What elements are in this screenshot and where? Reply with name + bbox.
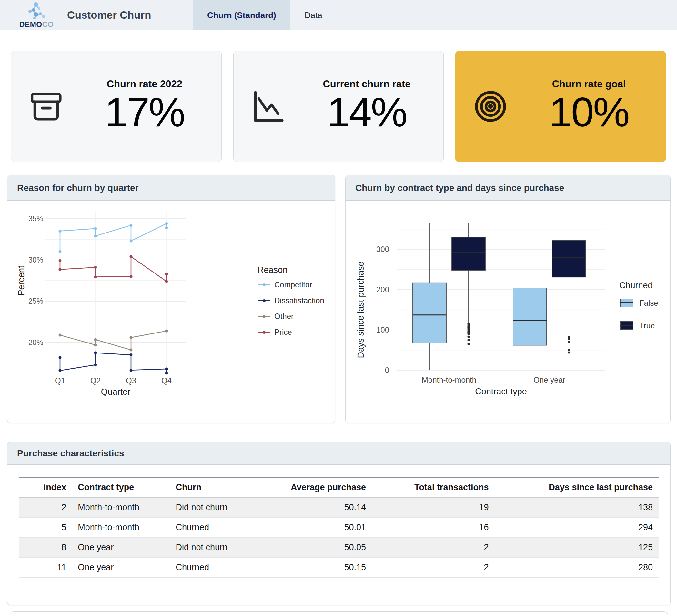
svg-text:0: 0 <box>385 366 389 374</box>
app-header: DEMOCO Customer Churn Churn (Standard) D… <box>0 0 677 30</box>
table-cell: 19 <box>372 497 494 518</box>
svg-text:One year: One year <box>533 375 566 384</box>
boxplot-swatch <box>619 296 635 311</box>
panel-title: Purchase characteristics <box>7 442 670 465</box>
panel-purchase-characteristics: Purchase characteristics indexContract t… <box>7 442 671 605</box>
table-header-cell: index <box>19 477 72 497</box>
svg-text:300: 300 <box>376 245 389 253</box>
svg-text:Days since last purchase: Days since last purchase <box>356 261 366 358</box>
table-cell: 50.14 <box>278 497 372 518</box>
kpi-label: Churn rate 2022 <box>107 78 182 90</box>
table-cell: 2 <box>19 497 72 518</box>
legend-item-other: Other <box>258 312 324 321</box>
table-header-cell: Contract type <box>72 477 170 497</box>
table-header-cell: Average purchase <box>278 477 372 497</box>
panel-churn-by-contract: Churn by contract type and days since pu… <box>345 175 671 423</box>
legend-item-true: True <box>619 318 658 333</box>
svg-text:200: 200 <box>376 285 389 294</box>
kpi-value: 17% <box>104 90 184 135</box>
table-cell: Did not churn <box>170 497 278 518</box>
svg-text:Percent: Percent <box>16 266 26 296</box>
panel-reason-for-churn: Reason for churn by quarter 20%25%30%35%… <box>7 175 335 423</box>
panel-title: Churn by contract type and days since pu… <box>346 176 670 201</box>
svg-text:30%: 30% <box>29 256 43 264</box>
svg-text:35%: 35% <box>29 215 43 223</box>
table-cell: 280 <box>494 558 659 578</box>
kpi-value: 10% <box>549 90 629 135</box>
svg-text:Contract type: Contract type <box>475 387 527 396</box>
svg-text:20%: 20% <box>29 338 43 347</box>
table-cell: 16 <box>372 518 494 538</box>
line-swatch <box>258 300 270 301</box>
kpi-card-churn-goal: Churn rate goal 10% <box>455 51 666 162</box>
table-row: 8One yearDid not churn50.052125 <box>19 538 659 558</box>
kpi-label: Current churn rate <box>323 78 410 90</box>
line-swatch <box>258 332 270 333</box>
table-cell: 2 <box>372 538 494 558</box>
trend-line-icon <box>234 90 303 123</box>
democo-logo-icon <box>26 2 47 20</box>
svg-text:Q3: Q3 <box>126 376 136 385</box>
table-header-cell: Churn <box>170 477 278 497</box>
legend-item-price: Price <box>258 328 324 337</box>
svg-text:Q1: Q1 <box>55 376 65 385</box>
table-header-cell: Days since last purchase <box>494 477 659 497</box>
table-cell: Month-to-month <box>72 518 170 538</box>
table-cell: 138 <box>494 497 659 518</box>
legend-title: Reason <box>258 265 324 275</box>
kpi-row: Churn rate 2022 17% Current churn rate 1… <box>11 51 666 162</box>
table-cell: Churned <box>170 558 278 578</box>
table-header-row: indexContract typeChurnAverage purchaseT… <box>19 477 659 497</box>
purchase-table: indexContract typeChurnAverage purchaseT… <box>19 477 659 578</box>
table-cell: 294 <box>494 518 659 538</box>
kpi-label: Churn rate goal <box>552 78 626 90</box>
table-cell: 11 <box>19 558 72 578</box>
table-cell: Did not churn <box>170 538 278 558</box>
tab-data[interactable]: Data <box>290 0 336 30</box>
tab-bar: Churn (Standard) Data <box>193 0 336 30</box>
table-cell: One year <box>72 558 170 578</box>
target-icon <box>456 90 525 123</box>
table-row: 5Month-to-monthChurned50.0116294 <box>19 518 659 538</box>
table-cell: 50.01 <box>278 518 372 538</box>
table-cell: 125 <box>494 538 659 558</box>
democo-logo: DEMOCO <box>12 0 61 30</box>
svg-text:25%: 25% <box>29 297 43 305</box>
table-cell: 5 <box>19 518 72 538</box>
table-header-cell: Total transactions <box>372 477 494 497</box>
table-cell: 8 <box>19 538 72 558</box>
kpi-card-current-churn: Current churn rate 14% <box>233 51 444 162</box>
svg-text:100: 100 <box>376 325 389 334</box>
table-cell: 50.15 <box>278 558 372 578</box>
table-cell: 50.05 <box>278 538 372 558</box>
next-card-edge <box>10 612 668 616</box>
kpi-card-churn-2022: Churn rate 2022 17% <box>11 51 222 162</box>
legend-title: Churned <box>619 281 658 291</box>
legend-item-competitor: Competitor <box>258 280 324 289</box>
legend-item-dissatisfaction: Dissatisfaction <box>258 296 324 305</box>
table-cell: Month-to-month <box>72 497 170 518</box>
svg-text:Month-to-month: Month-to-month <box>422 375 476 384</box>
panel-title: Reason for churn by quarter <box>7 176 335 201</box>
kpi-value: 14% <box>327 90 407 135</box>
archive-box-icon <box>11 90 81 123</box>
svg-text:Q2: Q2 <box>90 376 101 385</box>
svg-text:Q4: Q4 <box>161 376 172 385</box>
democo-logo-text: DEMOCO <box>19 20 54 29</box>
legend-item-false: False <box>619 296 658 311</box>
page-title: Customer Churn <box>67 9 193 21</box>
boxplot-swatch <box>619 318 635 333</box>
table-row: 2Month-to-monthDid not churn50.1419138 <box>19 497 659 518</box>
table-cell: 2 <box>372 558 494 578</box>
churned-legend: Churned False True <box>619 281 658 341</box>
tab-churn-standard[interactable]: Churn (Standard) <box>193 0 290 30</box>
line-swatch <box>258 284 270 285</box>
svg-text:Quarter: Quarter <box>101 387 131 397</box>
table-cell: Churned <box>170 518 278 538</box>
line-swatch <box>258 316 270 317</box>
table-row: 11One yearChurned50.152280 <box>19 558 659 578</box>
table-cell: One year <box>72 538 170 558</box>
reason-legend: Reason Competitor Dissatisfaction Other … <box>258 265 324 343</box>
